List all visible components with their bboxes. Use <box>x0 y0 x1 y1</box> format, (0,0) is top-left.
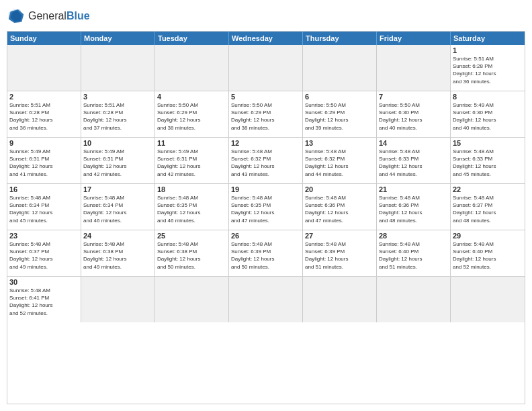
calendar-cell <box>451 277 525 322</box>
day-info: Sunrise: 5:48 AM Sunset: 6:33 PM Dayligh… <box>379 148 448 178</box>
calendar-cell: 12Sunrise: 5:48 AM Sunset: 6:32 PM Dayli… <box>229 138 303 183</box>
day-number: 26 <box>231 232 300 240</box>
day-info: Sunrise: 5:48 AM Sunset: 6:36 PM Dayligh… <box>305 194 374 224</box>
calendar-header: SundayMondayTuesdayWednesdayThursdayFrid… <box>7 32 525 45</box>
calendar-row-1: 1Sunrise: 5:51 AM Sunset: 6:28 PM Daylig… <box>7 45 525 91</box>
day-info: Sunrise: 5:48 AM Sunset: 6:33 PM Dayligh… <box>453 148 523 178</box>
weekday-header-thursday: Thursday <box>303 32 377 45</box>
calendar-cell: 22Sunrise: 5:48 AM Sunset: 6:37 PM Dayli… <box>451 184 525 230</box>
weekday-header-sunday: Sunday <box>7 32 81 45</box>
calendar-cell: 17Sunrise: 5:48 AM Sunset: 6:34 PM Dayli… <box>81 184 155 230</box>
day-info: Sunrise: 5:48 AM Sunset: 6:37 PM Dayligh… <box>453 194 523 224</box>
day-info: Sunrise: 5:48 AM Sunset: 6:36 PM Dayligh… <box>379 194 448 224</box>
day-number: 24 <box>83 232 152 240</box>
weekday-header-monday: Monday <box>81 32 155 45</box>
day-info: Sunrise: 5:49 AM Sunset: 6:31 PM Dayligh… <box>157 148 226 178</box>
day-number: 30 <box>9 278 79 286</box>
calendar-body: 1Sunrise: 5:51 AM Sunset: 6:28 PM Daylig… <box>7 45 525 322</box>
day-info: Sunrise: 5:48 AM Sunset: 6:39 PM Dayligh… <box>305 240 374 271</box>
calendar-cell: 26Sunrise: 5:48 AM Sunset: 6:39 PM Dayli… <box>229 230 303 276</box>
calendar-cell: 9Sunrise: 5:49 AM Sunset: 6:31 PM Daylig… <box>7 138 81 183</box>
calendar-cell: 5Sunrise: 5:50 AM Sunset: 6:29 PM Daylig… <box>229 91 303 137</box>
day-info: Sunrise: 5:48 AM Sunset: 6:37 PM Dayligh… <box>9 240 79 271</box>
day-info: Sunrise: 5:48 AM Sunset: 6:38 PM Dayligh… <box>83 240 152 271</box>
day-number: 9 <box>9 139 79 147</box>
page: GeneralBlue SundayMondayTuesdayWednesday… <box>0 0 532 411</box>
day-number: 6 <box>305 93 374 101</box>
calendar-cell <box>155 277 229 322</box>
calendar-cell: 1Sunrise: 5:51 AM Sunset: 6:28 PM Daylig… <box>451 45 525 91</box>
day-info: Sunrise: 5:48 AM Sunset: 6:35 PM Dayligh… <box>231 194 300 224</box>
calendar-cell <box>303 45 377 91</box>
calendar-row-6: 30Sunrise: 5:48 AM Sunset: 6:41 PM Dayli… <box>7 277 525 322</box>
calendar-cell: 13Sunrise: 5:48 AM Sunset: 6:32 PM Dayli… <box>303 138 377 183</box>
calendar-cell: 10Sunrise: 5:49 AM Sunset: 6:31 PM Dayli… <box>81 138 155 183</box>
calendar-cell: 25Sunrise: 5:48 AM Sunset: 6:38 PM Dayli… <box>155 230 229 276</box>
day-info: Sunrise: 5:50 AM Sunset: 6:29 PM Dayligh… <box>157 101 226 132</box>
day-number: 25 <box>157 232 226 240</box>
day-number: 16 <box>9 185 79 193</box>
day-number: 20 <box>305 185 374 193</box>
day-number: 23 <box>9 232 79 240</box>
calendar-cell: 11Sunrise: 5:49 AM Sunset: 6:31 PM Dayli… <box>155 138 229 183</box>
calendar-row-2: 2Sunrise: 5:51 AM Sunset: 6:28 PM Daylig… <box>7 91 525 138</box>
calendar-cell: 24Sunrise: 5:48 AM Sunset: 6:38 PM Dayli… <box>81 230 155 276</box>
day-number: 7 <box>379 93 448 101</box>
day-number: 15 <box>453 139 523 147</box>
calendar-cell: 7Sunrise: 5:50 AM Sunset: 6:30 PM Daylig… <box>377 91 451 137</box>
weekday-header-tuesday: Tuesday <box>155 32 229 45</box>
general-blue-icon <box>7 7 26 26</box>
day-info: Sunrise: 5:48 AM Sunset: 6:40 PM Dayligh… <box>453 240 523 271</box>
day-info: Sunrise: 5:50 AM Sunset: 6:29 PM Dayligh… <box>231 101 300 132</box>
calendar-cell: 20Sunrise: 5:48 AM Sunset: 6:36 PM Dayli… <box>303 184 377 230</box>
day-info: Sunrise: 5:48 AM Sunset: 6:40 PM Dayligh… <box>379 240 448 271</box>
day-number: 29 <box>453 232 523 240</box>
calendar-row-4: 16Sunrise: 5:48 AM Sunset: 6:34 PM Dayli… <box>7 184 525 230</box>
day-number: 22 <box>453 185 523 193</box>
day-number: 2 <box>9 93 79 101</box>
day-number: 4 <box>157 93 226 101</box>
day-number: 17 <box>83 185 152 193</box>
day-info: Sunrise: 5:51 AM Sunset: 6:28 PM Dayligh… <box>9 101 79 132</box>
day-number: 11 <box>157 139 226 147</box>
day-info: Sunrise: 5:50 AM Sunset: 6:29 PM Dayligh… <box>305 101 374 132</box>
calendar-cell: 6Sunrise: 5:50 AM Sunset: 6:29 PM Daylig… <box>303 91 377 137</box>
logo: GeneralBlue <box>7 7 90 26</box>
calendar-cell <box>81 277 155 322</box>
weekday-header-wednesday: Wednesday <box>229 32 303 45</box>
calendar-cell: 27Sunrise: 5:48 AM Sunset: 6:39 PM Dayli… <box>303 230 377 276</box>
calendar-row-3: 9Sunrise: 5:49 AM Sunset: 6:31 PM Daylig… <box>7 138 525 184</box>
day-info: Sunrise: 5:48 AM Sunset: 6:32 PM Dayligh… <box>305 148 374 178</box>
day-info: Sunrise: 5:48 AM Sunset: 6:39 PM Dayligh… <box>231 240 300 271</box>
calendar-cell <box>7 45 81 91</box>
day-info: Sunrise: 5:51 AM Sunset: 6:28 PM Dayligh… <box>83 101 152 132</box>
calendar-cell <box>303 277 377 322</box>
day-info: Sunrise: 5:51 AM Sunset: 6:28 PM Dayligh… <box>453 55 523 85</box>
day-info: Sunrise: 5:48 AM Sunset: 6:34 PM Dayligh… <box>9 194 79 224</box>
calendar-cell: 4Sunrise: 5:50 AM Sunset: 6:29 PM Daylig… <box>155 91 229 137</box>
calendar-cell: 16Sunrise: 5:48 AM Sunset: 6:34 PM Dayli… <box>7 184 81 230</box>
calendar-cell <box>155 45 229 91</box>
logo-text: GeneralBlue <box>28 10 90 22</box>
day-number: 12 <box>231 139 300 147</box>
day-info: Sunrise: 5:48 AM Sunset: 6:41 PM Dayligh… <box>9 287 79 317</box>
calendar-cell <box>377 45 451 91</box>
calendar-cell <box>377 277 451 322</box>
calendar-cell: 29Sunrise: 5:48 AM Sunset: 6:40 PM Dayli… <box>451 230 525 276</box>
day-info: Sunrise: 5:48 AM Sunset: 6:35 PM Dayligh… <box>157 194 226 224</box>
day-number: 18 <box>157 185 226 193</box>
calendar-cell: 28Sunrise: 5:48 AM Sunset: 6:40 PM Dayli… <box>377 230 451 276</box>
weekday-header-friday: Friday <box>377 32 451 45</box>
calendar-cell: 19Sunrise: 5:48 AM Sunset: 6:35 PM Dayli… <box>229 184 303 230</box>
day-number: 13 <box>305 139 374 147</box>
day-number: 1 <box>453 46 523 54</box>
day-number: 28 <box>379 232 448 240</box>
day-info: Sunrise: 5:50 AM Sunset: 6:30 PM Dayligh… <box>379 101 448 132</box>
day-info: Sunrise: 5:48 AM Sunset: 6:32 PM Dayligh… <box>231 148 300 178</box>
day-number: 5 <box>231 93 300 101</box>
calendar-cell: 15Sunrise: 5:48 AM Sunset: 6:33 PM Dayli… <box>451 138 525 183</box>
calendar-cell: 23Sunrise: 5:48 AM Sunset: 6:37 PM Dayli… <box>7 230 81 276</box>
day-number: 19 <box>231 185 300 193</box>
day-number: 21 <box>379 185 448 193</box>
calendar-cell <box>229 45 303 91</box>
